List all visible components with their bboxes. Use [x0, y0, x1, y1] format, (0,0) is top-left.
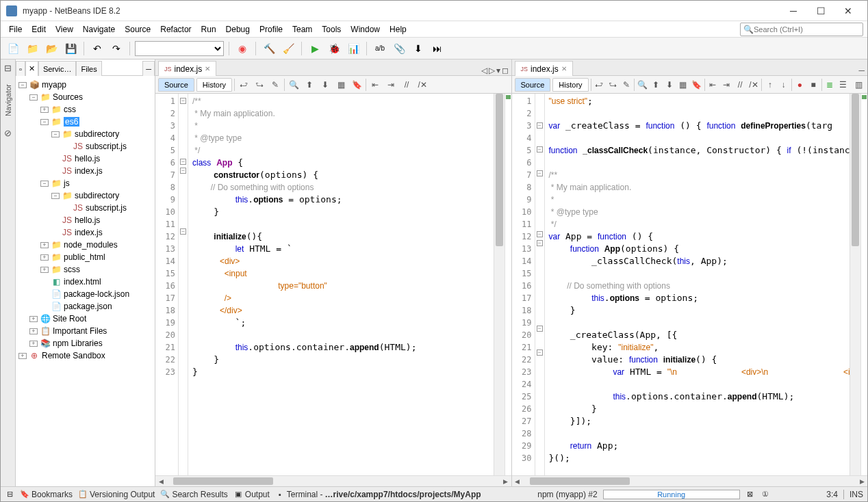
tree-public-html[interactable]: +📁public_html — [16, 251, 155, 263]
attach-button[interactable]: 📎 — [391, 40, 407, 57]
continue-button[interactable]: ⏭ — [429, 40, 446, 57]
tree-node-modules[interactable]: +📁node_modules — [16, 239, 155, 251]
tree-css[interactable]: +📁css — [16, 103, 155, 116]
find-sel-icon[interactable]: 🔍 — [637, 78, 648, 92]
hscroll-right-icon[interactable]: ▶ — [856, 478, 867, 485]
hscroll-right-icon[interactable]: ▶ — [500, 478, 511, 485]
hscroll-thumb[interactable] — [530, 477, 630, 485]
nav-fwd-icon[interactable]: ⮑ — [607, 78, 618, 92]
profile-button[interactable]: 📊 — [345, 40, 361, 57]
uncomment-icon[interactable]: /✕ — [748, 78, 760, 92]
hscroll-thumb[interactable] — [173, 477, 273, 485]
status-output[interactable]: ▣Output — [233, 490, 270, 499]
tab-files[interactable]: Files — [76, 61, 101, 76]
menu-window[interactable]: Window — [346, 23, 384, 36]
tree-es6-index[interactable]: JSindex.js — [16, 165, 155, 177]
shift-right-icon[interactable]: ⇥ — [384, 78, 398, 92]
overview-ruler[interactable] — [505, 94, 511, 475]
status-notif[interactable]: ① — [761, 490, 770, 499]
tab-nav-right-icon[interactable]: ▷ — [489, 66, 495, 75]
redo-button[interactable]: ↷ — [108, 40, 125, 57]
hscroll-track[interactable] — [166, 476, 500, 486]
highlight-icon[interactable]: ▦ — [334, 78, 348, 92]
nav-back-icon[interactable]: ⮐ — [237, 78, 251, 92]
minimize-button[interactable]: ─ — [780, 1, 807, 21]
subtab-history[interactable]: History — [196, 78, 232, 92]
highlight-icon[interactable]: ▦ — [677, 78, 689, 92]
navigator-label[interactable]: Navigator — [4, 81, 12, 119]
vscrollbar[interactable] — [494, 94, 505, 475]
menu-run[interactable]: Run — [197, 23, 220, 36]
find-prev-icon[interactable]: ⬆ — [303, 78, 316, 92]
new-project-button[interactable]: 📁 — [24, 40, 40, 57]
hscrollbar-left[interactable]: ◀ ▶ — [155, 475, 511, 486]
debug-button[interactable]: 🐞 — [326, 40, 342, 57]
clean-build-button[interactable]: 🧹 — [280, 40, 296, 57]
vscrollbar[interactable] — [850, 94, 860, 475]
tree-npmlib[interactable]: +📚npm Libraries — [16, 337, 155, 349]
status-progress[interactable]: Running — [603, 490, 740, 499]
tab-window-icon[interactable]: ▫ — [16, 61, 25, 76]
status-search[interactable]: 🔍Search Results — [160, 490, 227, 499]
project-tree[interactable]: −📦myapp −📁Sources +📁css −📁es6 −📁subdirec… — [16, 76, 155, 486]
menu-help[interactable]: Help — [385, 23, 411, 36]
maximize-editor-icon[interactable]: ◻ — [502, 66, 509, 75]
shift-left-icon[interactable]: ⇤ — [707, 78, 719, 92]
stop-macro-icon[interactable]: ■ — [808, 78, 819, 92]
fold-gutter[interactable]: −−−− — [179, 94, 188, 475]
tab-minimize[interactable]: ─ — [142, 61, 155, 76]
editor-tab-indexjs-right[interactable]: JS index.js ✕ — [515, 61, 573, 76]
uncomment-icon[interactable]: /✕ — [416, 78, 429, 92]
tree-js-sub[interactable]: −📁subdirectory — [16, 189, 155, 202]
tab-nav-left-icon[interactable]: ◁ — [481, 66, 487, 75]
tree-es6-hello[interactable]: JShello.js — [16, 153, 155, 165]
menu-file[interactable]: File — [5, 23, 26, 36]
open-button[interactable]: 📂 — [43, 40, 60, 57]
chrome-icon[interactable]: ◉ — [234, 40, 251, 57]
hscrollbar-right[interactable]: ◀ ▶ — [512, 475, 868, 486]
tree-js-hello[interactable]: JShello.js — [16, 214, 155, 226]
status-bookmarks[interactable]: 🔖Bookmarks — [20, 490, 73, 499]
search-input[interactable] — [754, 25, 860, 34]
subtab-source[interactable]: Source — [158, 78, 194, 92]
find-next-icon[interactable]: ⬇ — [318, 78, 332, 92]
subtab-source[interactable]: Source — [515, 78, 551, 92]
menu-view[interactable]: View — [51, 23, 77, 36]
status-restore[interactable]: ⊟ — [5, 490, 14, 499]
status-cancel[interactable]: ⊠ — [745, 490, 755, 499]
block-icon[interactable]: ⊘ — [3, 127, 14, 138]
nav-back-icon[interactable]: ⮐ — [593, 78, 604, 92]
status-terminal[interactable]: ▪Terminal - …rive/c/xampp7/htdocs/projec… — [275, 490, 481, 499]
tab-services[interactable]: Servic… — [38, 61, 77, 76]
comment-icon[interactable]: // — [400, 78, 413, 92]
last-edit-icon[interactable]: ✎ — [620, 78, 632, 92]
tree-js-subscript[interactable]: JSsubscript.js — [16, 202, 155, 214]
diff-button[interactable]: a/b — [372, 40, 388, 57]
menu-profile[interactable]: Profile — [255, 23, 287, 36]
save-all-button[interactable]: 💾 — [62, 40, 79, 57]
tree-es6[interactable]: −📁es6 — [16, 116, 155, 128]
menu-refactor[interactable]: Refactor — [156, 23, 195, 36]
tab-dropdown-icon[interactable]: ▾ — [496, 66, 500, 75]
maximize-button[interactable]: ☐ — [807, 1, 834, 21]
code-area-left[interactable]: 1234567891011121314151617181920212223 −−… — [155, 94, 511, 475]
menu-edit[interactable]: Edit — [27, 23, 50, 36]
status-ins[interactable]: INS — [843, 490, 863, 499]
undo-button[interactable]: ↶ — [89, 40, 105, 57]
subtab-history[interactable]: History — [552, 78, 588, 92]
tree-js-index[interactable]: JSindex.js — [16, 226, 155, 239]
close-tab-icon[interactable]: ✕ — [561, 65, 567, 72]
nav-fwd-icon[interactable]: ⮑ — [253, 78, 266, 92]
scroll-thumb[interactable] — [496, 94, 503, 246]
config-dropdown[interactable] — [135, 41, 224, 56]
tree-js[interactable]: −📁js — [16, 177, 155, 189]
tree-pkglock[interactable]: 📄package-lock.json — [16, 288, 155, 300]
bookmark-icon[interactable]: 🔖 — [350, 78, 363, 92]
run-button[interactable]: ▶ — [307, 40, 323, 57]
scroll-thumb[interactable] — [852, 94, 859, 246]
format-icon[interactable]: ≣ — [824, 78, 835, 92]
tree-es6-sub[interactable]: −📁subdirectory — [16, 128, 155, 140]
find-sel-icon[interactable]: 🔍 — [287, 78, 301, 92]
split-icon[interactable]: ▥ — [853, 78, 865, 92]
code-content[interactable]: "use strict"; var _createClass = functio… — [545, 94, 850, 475]
